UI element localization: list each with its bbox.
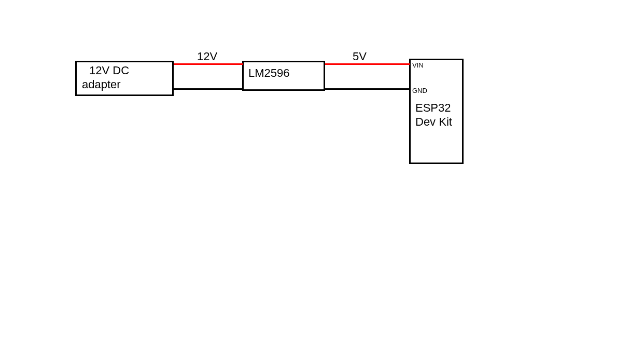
pin-label-gnd: GND (412, 87, 427, 95)
wire-label-5v: 5V (353, 50, 367, 63)
pin-label-vin: VIN (412, 61, 424, 69)
block-adapter-label-line2: adapter (82, 78, 121, 91)
wire-label-12v: 12V (197, 50, 217, 63)
block-mcu-label-line2: Dev Kit (415, 115, 452, 129)
wire-adapter-to-regulator-ground (174, 88, 243, 90)
wire-regulator-to-mcu-power (325, 63, 410, 65)
block-regulator-label: LM2596 (248, 66, 290, 80)
block-adapter-label-line1: 12V DC (89, 64, 129, 77)
block-mcu-label-line1: ESP32 (415, 101, 451, 115)
wire-regulator-to-mcu-ground (325, 88, 410, 90)
wire-adapter-to-regulator-power (174, 63, 243, 65)
